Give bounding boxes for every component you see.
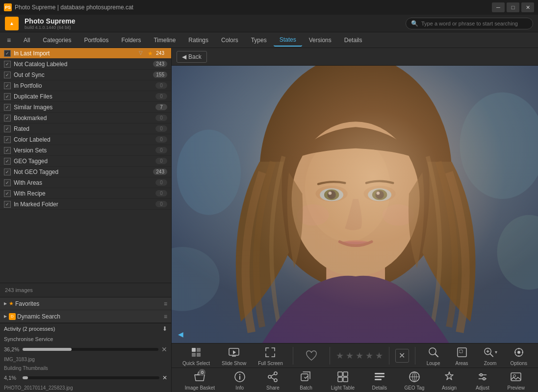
count-not-geo-tagged: 243 xyxy=(153,169,167,175)
sidebar-item-similar-images[interactable]: ✓ Similar Images 7 xyxy=(0,102,171,113)
checkbox-not-geo-tagged[interactable]: ✓ xyxy=(4,169,11,175)
tab-portfolios[interactable]: Portfolios xyxy=(78,34,114,47)
tab-details[interactable]: Details xyxy=(338,34,368,47)
progress1-cancel-icon[interactable]: ✕ xyxy=(161,345,167,353)
tab-versions[interactable]: Versions xyxy=(303,34,337,47)
areas-button[interactable]: Areas xyxy=(450,343,474,368)
app-logo-icon: ▲ xyxy=(5,17,19,30)
favorites-menu-icon[interactable]: ≡ xyxy=(164,300,167,307)
light-table-button[interactable]: Light Table xyxy=(327,368,359,392)
search-bar[interactable]: 🔍 xyxy=(406,18,533,29)
activity-section: Activity (2 processes) ⬇ Synchronise Ser… xyxy=(0,323,171,392)
sidebar-item-in-portfolio[interactable]: ✓ In Portfolio 0 xyxy=(0,80,171,91)
sidebar-item-with-recipe[interactable]: ✓ With Recipe 0 xyxy=(0,188,171,199)
star-1-button[interactable]: ★ xyxy=(336,350,344,361)
hamburger-menu[interactable]: ≡ xyxy=(3,34,15,46)
sidebar-item-in-last-import[interactable]: ✓ In Last Import ▽ ★ 243 xyxy=(0,48,171,59)
window-controls: ─ □ ✕ xyxy=(492,2,534,12)
star-4-button[interactable]: ★ xyxy=(365,350,373,361)
progress-row-1: 36,2% ✕ xyxy=(0,344,171,355)
count-in-portfolio: 0 xyxy=(155,82,167,89)
star-5-button[interactable]: ★ xyxy=(375,350,383,361)
dynamic-search-menu-icon[interactable]: ≡ xyxy=(164,313,167,320)
info-button[interactable]: Info xyxy=(228,368,252,392)
sidebar-item-version-sets[interactable]: ✓ Version Sets 0 xyxy=(0,145,171,156)
checkbox-out-of-sync[interactable]: ✓ xyxy=(4,72,11,78)
checkbox-in-portfolio[interactable]: ✓ xyxy=(4,82,11,89)
sidebar-item-not-catalog-labeled[interactable]: ✓ Not Catalog Labeled 243 xyxy=(0,59,171,70)
checkbox-version-sets[interactable]: ✓ xyxy=(4,147,11,154)
checkbox-with-recipe[interactable]: ✓ xyxy=(4,190,11,197)
batch-button[interactable]: Batch xyxy=(294,368,318,392)
details-button[interactable]: Details xyxy=(367,368,392,392)
details-label: Details xyxy=(372,385,387,391)
checkbox-with-areas[interactable]: ✓ xyxy=(4,179,11,186)
checkbox-similar-images[interactable]: ✓ xyxy=(4,104,11,111)
geo-tag-button[interactable]: GEO Tag xyxy=(400,368,428,392)
progress2-cancel-icon[interactable]: ✕ xyxy=(162,374,167,381)
dynamic-search-panel[interactable]: ▶ D Dynamic Search ≡ xyxy=(0,310,171,323)
tab-states[interactable]: States xyxy=(274,34,302,47)
tab-ratings[interactable]: Ratings xyxy=(182,34,214,47)
checkbox-in-marked-folder[interactable]: ✓ xyxy=(4,201,11,208)
svg-rect-23 xyxy=(192,353,196,357)
count-color-labeled: 0 xyxy=(155,136,167,143)
assign-button[interactable]: Assign xyxy=(437,368,461,392)
svg-rect-56 xyxy=(375,376,384,377)
separator-2 xyxy=(330,347,330,365)
checkbox-in-last-import[interactable]: ✓ xyxy=(4,50,11,57)
zoom-button[interactable]: ▾ Zoom xyxy=(478,343,503,368)
back-button[interactable]: ◀ Back xyxy=(177,51,207,63)
sidebar-item-out-of-sync[interactable]: ✓ Out of Sync 155 xyxy=(0,70,171,80)
heart-button[interactable] xyxy=(299,347,324,365)
svg-rect-54 xyxy=(343,377,348,382)
tab-types[interactable]: Types xyxy=(245,34,273,47)
tab-colors[interactable]: Colors xyxy=(215,34,244,47)
full-screen-button[interactable]: Full Screen xyxy=(254,343,287,368)
favorites-star-icon: ★ xyxy=(9,300,14,307)
sidebar-item-geo-tagged[interactable]: ✓ GEO Tagged 0 xyxy=(0,156,171,167)
photo-nav-arrow[interactable]: ◀ xyxy=(175,328,186,340)
checkbox-bookmarked[interactable]: ✓ xyxy=(4,115,11,122)
preview-button[interactable]: Preview xyxy=(503,368,529,392)
quick-select-label: Quick Select xyxy=(182,361,210,366)
checkbox-rated[interactable]: ✓ xyxy=(4,125,11,132)
loupe-button[interactable]: Loupe xyxy=(421,343,446,368)
minimize-button[interactable]: ─ xyxy=(492,2,505,12)
maximize-button[interactable]: □ xyxy=(507,2,519,12)
tab-all[interactable]: All xyxy=(18,34,36,47)
checkbox-duplicate-files[interactable]: ✓ xyxy=(4,93,11,100)
svg-line-28 xyxy=(435,354,438,357)
reject-button[interactable]: ✕ xyxy=(395,349,409,363)
svg-point-67 xyxy=(513,375,516,377)
sidebar-item-duplicate-files[interactable]: ✓ Duplicate Files 0 xyxy=(0,91,171,102)
share-button[interactable]: Share xyxy=(260,368,285,392)
checkbox-not-catalog-labeled[interactable]: ✓ xyxy=(4,61,11,68)
star-rating[interactable]: ★ ★ ★ ★ ★ xyxy=(336,350,383,361)
sidebar-item-bookmarked[interactable]: ✓ Bookmarked 0 xyxy=(0,113,171,123)
sidebar-item-color-labeled[interactable]: ✓ Color Labeled 0 xyxy=(0,134,171,145)
options-button[interactable]: Options xyxy=(507,343,531,368)
favorites-panel[interactable]: ▶ ★ Favorites ≡ xyxy=(0,297,171,310)
quick-select-button[interactable]: Quick Select xyxy=(179,343,214,368)
tab-timeline[interactable]: Timeline xyxy=(148,34,181,47)
checkbox-geo-tagged[interactable]: ✓ xyxy=(4,158,11,165)
sidebar-item-with-areas[interactable]: ✓ With Areas 0 xyxy=(0,177,171,188)
adjust-button[interactable]: Adjust xyxy=(470,368,495,392)
share-icon xyxy=(266,370,280,384)
svg-rect-52 xyxy=(343,372,348,376)
dynamic-search-label: Dynamic Search xyxy=(17,313,164,320)
sidebar-item-not-geo-tagged[interactable]: ✓ Not GEO Tagged 243 xyxy=(0,167,171,177)
tab-folders[interactable]: Folders xyxy=(115,34,147,47)
sidebar-item-rated[interactable]: ✓ Rated 0 xyxy=(0,123,171,134)
close-button[interactable]: ✕ xyxy=(521,2,534,12)
activity-download-icon[interactable]: ⬇ xyxy=(162,325,167,332)
tab-categories[interactable]: Categories xyxy=(37,34,77,47)
checkbox-color-labeled[interactable]: ✓ xyxy=(4,136,11,143)
sidebar-item-in-marked-folder[interactable]: ✓ In Marked Folder 0 xyxy=(0,199,171,210)
star-3-button[interactable]: ★ xyxy=(356,350,363,361)
slide-show-button[interactable]: Slide Show xyxy=(218,343,250,368)
star-2-button[interactable]: ★ xyxy=(346,350,354,361)
search-input[interactable] xyxy=(421,21,528,26)
image-basket-button[interactable]: 0 Image Basket xyxy=(181,368,219,392)
